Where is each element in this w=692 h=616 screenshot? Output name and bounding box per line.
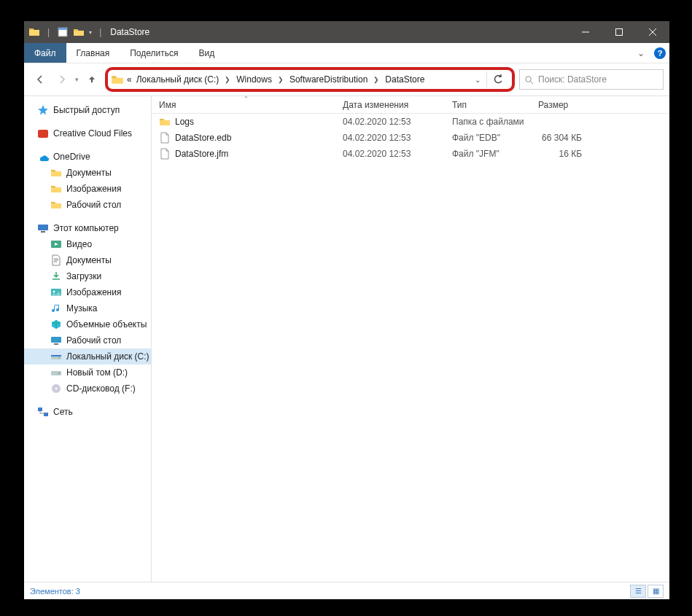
desktop-icon xyxy=(50,335,62,346)
folder-icon xyxy=(159,116,171,128)
chevron-right-icon[interactable]: ❯ xyxy=(370,76,382,83)
sidebar-item-quick-access[interactable]: Быстрый доступ xyxy=(24,102,151,118)
up-button[interactable] xyxy=(83,71,101,88)
sidebar-item-creative-cloud[interactable]: Creative Cloud Files xyxy=(24,125,151,141)
tab-home[interactable]: Главная xyxy=(66,43,120,63)
downloads-icon xyxy=(50,270,62,282)
address-dropdown-icon[interactable]: ⌄ xyxy=(470,76,485,84)
tab-file[interactable]: Файл xyxy=(24,43,66,63)
sidebar-item-thispc-child[interactable]: Локальный диск (C:) xyxy=(24,348,151,364)
breadcrumb-item[interactable]: SoftwareDistribution xyxy=(288,74,369,85)
sidebar-item-onedrive-child[interactable]: Изображения xyxy=(24,181,151,197)
qat-properties-icon[interactable] xyxy=(57,26,69,38)
status-text: Элементов: 3 xyxy=(30,587,80,596)
pc-icon xyxy=(37,222,49,234)
file-row[interactable]: Logs04.02.2020 12:53Папка с файлами xyxy=(152,114,669,130)
ribbon-collapse-icon[interactable]: ⌄ xyxy=(631,43,650,63)
onedrive-icon xyxy=(37,151,49,163)
title-bar: | ▾ | DataStore xyxy=(24,21,669,43)
svg-rect-19 xyxy=(38,408,42,411)
column-date[interactable]: Дата изменения xyxy=(335,100,445,110)
sort-indicator-icon: ⌃ xyxy=(244,95,249,102)
ribbon: Файл Главная Поделиться Вид ⌄ ? xyxy=(24,43,669,63)
help-button[interactable]: ? xyxy=(650,43,669,63)
svg-point-9 xyxy=(53,291,55,293)
status-bar: Элементов: 3 ☰ ▦ xyxy=(24,582,669,599)
svg-rect-4 xyxy=(38,130,48,138)
sidebar-item-onedrive-child[interactable]: Рабочий стол xyxy=(24,197,151,213)
column-type[interactable]: Тип xyxy=(445,100,531,110)
back-button[interactable] xyxy=(31,71,49,88)
minimize-button[interactable] xyxy=(569,21,602,43)
star-icon xyxy=(37,104,49,116)
sidebar-item-thispc-child[interactable]: Новый том (D:) xyxy=(24,364,151,381)
drive-icon xyxy=(50,351,62,362)
pictures-icon xyxy=(50,286,62,298)
network-icon xyxy=(37,406,49,418)
qat-folder-icon[interactable] xyxy=(73,26,85,38)
sidebar-item-onedrive-child[interactable]: Документы xyxy=(24,165,151,181)
explorer-window: | ▾ | DataStore Файл Главная Поделиться … xyxy=(24,21,669,599)
search-placeholder: Поиск: DataStore xyxy=(538,74,607,85)
file-row[interactable]: DataStore.edb04.02.2020 12:53Файл "EDB"6… xyxy=(152,130,669,146)
sidebar-item-thispc-child[interactable]: Изображения xyxy=(24,284,151,300)
file-icon xyxy=(159,132,171,144)
breadcrumb-root-folder-icon xyxy=(111,73,124,86)
maximize-button[interactable] xyxy=(602,21,636,43)
breadcrumb-prefix: « xyxy=(125,74,133,85)
sidebar-item-thispc-child[interactable]: CD-дисковод (F:) xyxy=(24,381,151,397)
folder-icon xyxy=(50,167,62,179)
drive-icon xyxy=(50,367,62,378)
view-large-icons-button[interactable]: ▦ xyxy=(648,585,664,598)
objects3d-icon xyxy=(50,319,62,330)
svg-rect-13 xyxy=(51,355,61,356)
svg-point-16 xyxy=(58,373,60,374)
breadcrumb-item[interactable]: Windows xyxy=(235,74,273,85)
app-folder-icon xyxy=(28,26,40,38)
tab-share[interactable]: Поделиться xyxy=(120,43,188,63)
optical-drive-icon xyxy=(50,383,62,394)
sidebar-item-thispc-child[interactable]: Музыка xyxy=(24,300,151,316)
breadcrumb-item[interactable]: DataStore xyxy=(384,74,426,85)
folder-icon xyxy=(50,183,62,195)
nav-row: ▾ « Локальный диск (C:) ❯ Windows ❯ Soft… xyxy=(24,63,669,95)
column-size[interactable]: Размер xyxy=(531,100,589,110)
history-dropdown-icon[interactable]: ▾ xyxy=(75,76,79,83)
column-headers: Имя Дата изменения Тип Размер xyxy=(152,96,669,114)
file-icon xyxy=(159,148,171,160)
window-title: DataStore xyxy=(110,27,569,37)
sidebar-item-thispc-child[interactable]: Видео xyxy=(24,236,151,252)
documents-icon xyxy=(50,254,62,266)
close-button[interactable] xyxy=(636,21,669,43)
breadcrumb-item[interactable]: Локальный диск (C:) xyxy=(135,74,221,85)
svg-point-18 xyxy=(55,388,58,390)
svg-rect-11 xyxy=(54,343,58,345)
view-details-button[interactable]: ☰ xyxy=(630,585,646,598)
sidebar-item-onedrive[interactable]: OneDrive xyxy=(24,149,151,165)
sidebar-item-this-pc[interactable]: Этот компьютер xyxy=(24,220,151,236)
svg-rect-10 xyxy=(51,337,61,343)
music-icon xyxy=(50,303,62,314)
navigation-pane: Быстрый доступ Creative Cloud Files OneD… xyxy=(24,96,152,582)
search-input[interactable]: Поиск: DataStore xyxy=(519,69,664,90)
svg-rect-5 xyxy=(38,225,48,230)
forward-button[interactable] xyxy=(53,71,71,88)
sidebar-item-thispc-child[interactable]: Объемные объекты xyxy=(24,316,151,332)
video-icon xyxy=(50,238,62,250)
file-row[interactable]: DataStore.jfm04.02.2020 12:53Файл "JFM"1… xyxy=(152,146,669,162)
folder-icon xyxy=(50,199,62,211)
qat-dropdown-icon[interactable]: ▾ xyxy=(89,29,92,36)
sidebar-item-thispc-child[interactable]: Рабочий стол xyxy=(24,332,151,348)
tab-view[interactable]: Вид xyxy=(188,43,225,63)
search-icon xyxy=(524,75,534,85)
address-bar[interactable]: « Локальный диск (C:) ❯ Windows ❯ Softwa… xyxy=(105,67,515,92)
svg-point-14 xyxy=(58,357,60,359)
chevron-right-icon[interactable]: ❯ xyxy=(222,76,233,83)
sidebar-item-thispc-child[interactable]: Документы xyxy=(24,252,151,268)
svg-rect-6 xyxy=(41,231,45,233)
chevron-right-icon[interactable]: ❯ xyxy=(275,76,287,83)
sidebar-item-network[interactable]: Сеть xyxy=(24,404,151,420)
refresh-button[interactable] xyxy=(486,71,509,87)
cloud-icon xyxy=(37,128,49,139)
sidebar-item-thispc-child[interactable]: Загрузки xyxy=(24,268,151,284)
